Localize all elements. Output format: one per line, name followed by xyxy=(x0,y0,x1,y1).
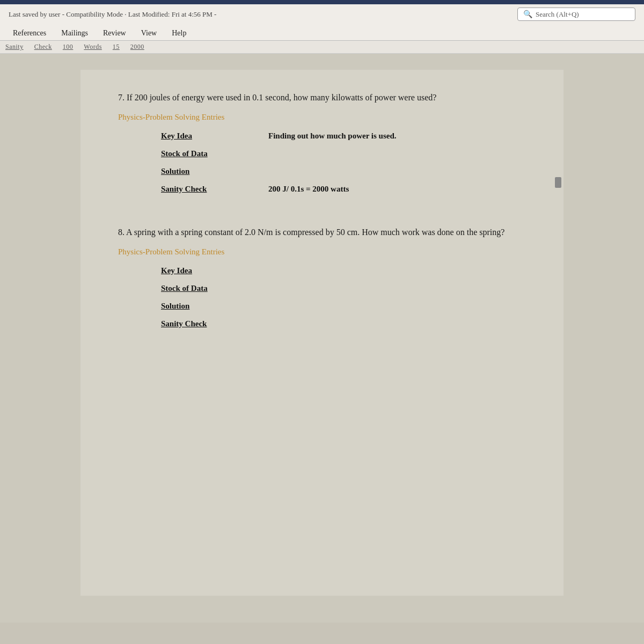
status-text: Last saved by user - Compatibility Mode … xyxy=(9,10,216,19)
top-accent-bar xyxy=(0,0,644,4)
q8-solution-row: Solution xyxy=(161,302,526,311)
q8-key-idea-label: Key Idea xyxy=(161,266,258,275)
question7-entries: Key Idea Finding out how much power is u… xyxy=(161,131,526,194)
question8-entries: Key Idea Stock of Data Solution Sanity C… xyxy=(161,266,526,328)
status-bar: Last saved by user - Compatibility Mode … xyxy=(0,4,644,24)
q7-solution-row: Solution xyxy=(161,167,526,176)
question7-section-label: Physics-Problem Solving Entries xyxy=(118,113,526,122)
q8-sanity-label: Sanity Check xyxy=(161,319,258,328)
toolbar-item-sanity: Sanity xyxy=(5,43,24,51)
page-content: 7. If 200 joules of energy were used in … xyxy=(80,70,564,596)
q8-key-idea-row: Key Idea xyxy=(161,266,526,275)
menu-item-references[interactable]: References xyxy=(5,26,54,40)
toolbar-item-100: 100 xyxy=(63,43,74,51)
q7-key-idea-label: Key Idea xyxy=(161,131,258,141)
scroll-indicator[interactable] xyxy=(555,177,561,188)
menu-item-help[interactable]: Help xyxy=(164,26,194,40)
question8-section-label: Physics-Problem Solving Entries xyxy=(118,247,526,257)
menu-item-review[interactable]: Review xyxy=(96,26,134,40)
q7-stock-label: Stock of Data xyxy=(161,149,258,158)
q8-sanity-row: Sanity Check xyxy=(161,319,526,328)
section-divider xyxy=(118,210,526,226)
question8-text: 8. A spring with a spring constant of 2.… xyxy=(118,226,526,239)
search-placeholder: Search (Alt+Q) xyxy=(536,10,579,19)
q7-sanity-value: 200 J/ 0.1s = 2000 watts xyxy=(268,185,349,194)
q7-stock-row: Stock of Data xyxy=(161,149,526,158)
toolbar-row: Sanity Check 100 Words 15 2000 xyxy=(0,41,644,54)
menu-item-view[interactable]: View xyxy=(134,26,164,40)
toolbar-item-15: 15 xyxy=(113,43,120,51)
q7-solution-label: Solution xyxy=(161,167,258,176)
menu-item-mailings[interactable]: Mailings xyxy=(54,26,96,40)
toolbar-item-2000: 2000 xyxy=(130,43,144,51)
search-box[interactable]: 🔍 Search (Alt+Q) xyxy=(517,8,635,21)
q7-key-idea-value: Finding out how much power is used. xyxy=(268,131,397,141)
menu-bar: References Mailings Review View Help xyxy=(0,24,644,40)
q8-stock-row: Stock of Data xyxy=(161,284,526,293)
toolbar-item-words: Words xyxy=(84,43,102,51)
q7-sanity-label: Sanity Check xyxy=(161,185,258,194)
q8-stock-label: Stock of Data xyxy=(161,284,258,293)
q8-solution-label: Solution xyxy=(161,302,258,311)
document-area: 7. If 200 joules of energy were used in … xyxy=(0,54,644,623)
search-icon: 🔍 xyxy=(523,10,532,19)
question7-text: 7. If 200 joules of energy were used in … xyxy=(118,91,526,104)
toolbar-item-check: Check xyxy=(34,43,52,51)
q7-key-idea-row: Key Idea Finding out how much power is u… xyxy=(161,131,526,141)
q7-sanity-row: Sanity Check 200 J/ 0.1s = 2000 watts xyxy=(161,185,526,194)
